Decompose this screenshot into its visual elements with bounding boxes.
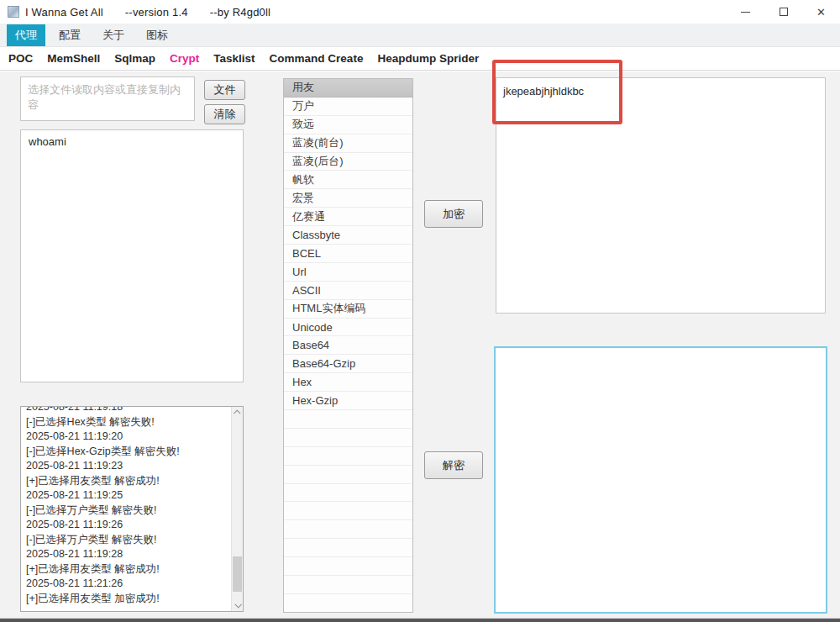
app-name: I Wanna Get All [25,6,103,18]
menu-item[interactable]: POC [8,52,33,65]
log-scrollbar[interactable] [231,407,243,611]
minimize-icon [741,12,750,13]
menu-item[interactable]: Sqlmap [114,52,155,65]
encrypt-button[interactable]: 加密 [424,200,483,228]
type-list-item[interactable]: BCEL [284,245,412,263]
close-button[interactable]: ✕ [802,0,840,24]
log-lines: 2025-08-21 11:19:18[-]已选择Hex类型 解密失败!2025… [21,406,243,606]
log-line: 2025-08-21 11:19:18 [26,406,239,415]
type-list-empty-row[interactable] [284,447,412,466]
type-list-item[interactable]: ASCII [284,282,412,300]
type-list-item[interactable]: Hex [284,373,412,392]
type-list-empty-row[interactable] [284,594,412,612]
type-list-empty-row[interactable] [284,520,412,539]
decrypted-output-area[interactable] [494,346,827,614]
type-list-item[interactable]: Unicode [284,319,412,337]
log-line: 2025-08-21 11:19:20 [26,430,239,445]
tab-item[interactable]: 配置 [50,24,89,46]
type-list-item[interactable]: Hex-Gzip [284,392,412,410]
log-line: [+]已选择用友类型 解密成功! [26,474,239,489]
type-list-item[interactable]: 蓝凌(后台) [284,153,412,171]
type-list-item[interactable]: 帆软 [284,171,412,189]
type-list-item[interactable]: Base64 [284,336,412,355]
maximize-button[interactable] [764,0,802,24]
author-label: --by R4gd0ll [210,6,271,18]
log-line: 2025-08-21 11:19:23 [26,459,239,474]
file-input-placeholder: 选择文件读取内容或直接复制内容 [28,83,181,111]
type-list-item[interactable]: 亿赛通 [284,208,412,226]
menu-item[interactable]: Command Create [270,52,364,65]
log-line: 2025-08-21 11:19:26 [26,518,239,533]
menu-item[interactable]: MemShell [47,52,100,65]
log-line: [-]已选择Hex-Gzip类型 解密失败! [26,445,239,460]
window-controls: ✕ [727,0,840,24]
tab-item[interactable]: 图标 [138,24,176,46]
type-list-empty-row[interactable] [284,484,412,503]
type-list-empty-row[interactable] [284,466,412,484]
log-line: 2025-08-21 11:21:26 [26,577,239,592]
log-area[interactable]: 2025-08-21 11:19:18[-]已选择Hex类型 解密失败!2025… [20,406,244,612]
type-list-empty-row[interactable] [284,557,412,576]
scroll-down-icon[interactable] [232,599,243,611]
type-list-empty-row[interactable] [284,502,412,520]
log-line: 2025-08-21 11:19:25 [26,488,239,503]
log-line: [-]已选择万户类型 解密失败! [26,503,239,519]
log-line: [+]已选择用友类型 解密成功! [26,562,239,577]
title-bar: I Wanna Get All--version 1.4--by R4gd0ll… [0,0,840,24]
menu-item[interactable]: Tasklist [213,52,255,65]
type-list-item[interactable]: 致远 [284,116,412,134]
file-button[interactable]: 文件 [204,80,245,100]
type-list-item[interactable]: 用友 [284,79,412,98]
type-list-item[interactable]: Base64-Gzip [284,355,412,373]
source-text-area[interactable]: whoami [20,129,244,382]
log-line: [+]已选择用友类型 加密成功! [26,592,239,607]
type-list-empty-row[interactable] [284,410,412,429]
maximize-icon [780,8,788,16]
source-text: whoami [29,135,66,148]
type-list-item[interactable]: Classbyte [284,226,412,245]
type-list-item[interactable]: 蓝凌(前台) [284,134,412,153]
app-icon [8,6,19,18]
app-window: I Wanna Get All--version 1.4--by R4gd0ll… [0,0,840,622]
menu-bar: POCMemShellSqlmapCryptTasklistCommand Cr… [0,47,840,71]
close-icon: ✕ [816,7,826,18]
type-list-item[interactable]: Url [284,263,412,282]
type-list-item[interactable]: HTML实体编码 [284,300,412,319]
type-list-empty-row[interactable] [284,429,412,447]
log-line: 2025-08-21 11:19:28 [26,547,239,562]
file-content-input[interactable]: 选择文件读取内容或直接复制内容 [20,76,195,121]
chevron-down-icon [234,601,241,608]
encrypted-output-text: jkepeabjhjhldkbc [503,85,584,98]
type-list-empty-row[interactable] [284,539,412,557]
minimize-button[interactable] [727,0,764,24]
menu-item[interactable]: Heapdump Sprider [377,52,479,65]
version-label: --version 1.4 [125,6,188,18]
scroll-up-icon[interactable] [232,407,243,419]
type-list-item[interactable]: 万户 [284,98,412,116]
menu-item[interactable]: Crypt [170,52,199,65]
clear-button[interactable]: 清除 [204,104,245,124]
tab-item[interactable]: 关于 [94,24,133,46]
chevron-up-icon [234,409,240,416]
tab-bar: 代理配置关于图标 [0,24,840,47]
decrypt-button[interactable]: 解密 [424,451,483,479]
window-bottom-edge [0,619,840,622]
window-title: I Wanna Get All--version 1.4--by R4gd0ll [25,6,292,18]
crypt-type-list: 用友万户致远蓝凌(前台)蓝凌(后台)帆软宏景亿赛通ClassbyteBCELUr… [283,78,413,613]
crypt-panel: 选择文件读取内容或直接复制内容 文件 清除 whoami 2025-08-21 … [0,71,840,622]
tab-item[interactable]: 代理 [7,24,45,46]
encrypted-output-area[interactable]: jkepeabjhjhldkbc [496,77,826,314]
type-list-empty-row[interactable] [284,576,412,594]
type-list-item[interactable]: 宏景 [284,189,412,208]
log-line: [-]已选择万户类型 解密失败! [26,533,239,548]
log-line: [-]已选择Hex类型 解密失败! [26,415,239,430]
scrollbar-thumb[interactable] [233,556,242,592]
